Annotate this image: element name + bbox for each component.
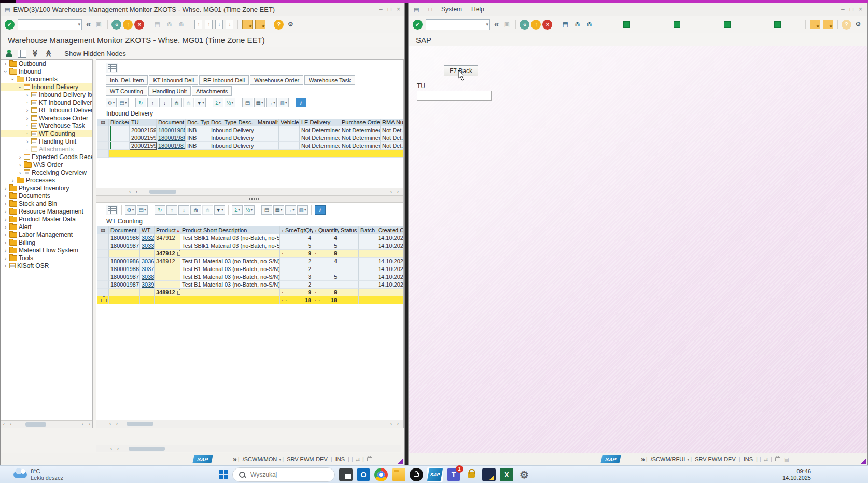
info-icon[interactable]: i bbox=[296, 98, 306, 107]
taskbar-excel-icon[interactable]: X bbox=[500, 468, 513, 481]
tree-item-re-inbound-delivery[interactable]: ›RE Inbound Delivery It bbox=[1, 106, 92, 114]
menu-help[interactable]: Help bbox=[471, 6, 484, 13]
sort-desc-icon[interactable]: ↓ bbox=[178, 205, 189, 215]
taskbar-clock[interactable]: 09:46 14.10.2025 bbox=[782, 468, 811, 481]
help-button[interactable]: ? bbox=[274, 20, 284, 30]
show-hidden-nodes-button[interactable]: Show Hidden Nodes bbox=[64, 50, 126, 58]
table-row[interactable]: 20002159 180001986 INB Inbound Delivery … bbox=[97, 134, 403, 142]
table-row[interactable]: 180001986 3036 348912 Test B1 Material 0… bbox=[97, 258, 403, 265]
views-icon[interactable]: ▦▾ bbox=[273, 205, 284, 215]
col-document[interactable]: Document bbox=[109, 226, 140, 234]
cancel-button[interactable]: × bbox=[542, 20, 552, 30]
page-down-button[interactable]: ↓ bbox=[215, 20, 223, 29]
tree-item-material-flow-system[interactable]: ›Material Flow System bbox=[1, 246, 92, 254]
first-page-button[interactable]: ↑ bbox=[194, 20, 202, 29]
tree-item-inbound-delivery-item[interactable]: ›Inbound Delivery Item bbox=[1, 91, 92, 98]
document-link[interactable]: 180001987 bbox=[158, 143, 186, 149]
tree-item-vas-order[interactable]: ›VAS Order bbox=[1, 161, 92, 168]
new-session-button[interactable]: ★ bbox=[242, 20, 253, 29]
tree-item-outbound[interactable]: ›Outbound bbox=[1, 60, 92, 67]
last-page-button[interactable]: ↓ bbox=[226, 20, 233, 29]
print-button[interactable]: ▤ bbox=[560, 20, 570, 30]
find-next-icon[interactable]: ⋒ bbox=[183, 98, 194, 107]
chevron-down-icon[interactable]: ▾ bbox=[279, 457, 281, 462]
tree-item-attachments[interactable]: ·Attachments bbox=[1, 145, 92, 153]
command-field[interactable] bbox=[19, 20, 78, 29]
table-row[interactable]: 180001986 3032 347912 Test SBlk1 Materia… bbox=[97, 234, 403, 242]
taskbar-desktop-icon[interactable] bbox=[339, 468, 353, 481]
chevron-right-icon[interactable]: › bbox=[3, 239, 8, 246]
col-product-short-description[interactable]: Product Short Description bbox=[180, 226, 280, 234]
chevron-right-icon[interactable]: › bbox=[3, 216, 8, 222]
scroll-right-icon[interactable]: › bbox=[86, 421, 93, 428]
find-next-button[interactable]: ⋒ bbox=[176, 20, 186, 30]
subtotal-icon[interactable]: ½▾ bbox=[244, 205, 255, 215]
enter-button[interactable]: ✓ bbox=[413, 20, 423, 30]
close-button[interactable]: × bbox=[859, 6, 862, 13]
graph-icon[interactable]: ▥▾ bbox=[278, 98, 289, 107]
print-button[interactable]: ▤ bbox=[152, 20, 162, 30]
find-next-icon[interactable]: ⋒ bbox=[202, 205, 213, 215]
tree-item-kt-inbound-delivery[interactable]: ·KT Inbound Delivery It bbox=[1, 98, 92, 106]
chevron-right-icon[interactable]: › bbox=[18, 169, 22, 176]
row-selector[interactable] bbox=[97, 234, 109, 242]
taskbar-snagit-icon[interactable] bbox=[482, 468, 496, 481]
chevron-right-icon[interactable]: › bbox=[3, 263, 8, 269]
chevron-right-icon[interactable]: › bbox=[10, 177, 15, 183]
taskbar-privacy-lock-icon[interactable] bbox=[410, 468, 423, 481]
maximize-button[interactable]: □ bbox=[850, 6, 853, 13]
find-button[interactable]: ⋒ bbox=[164, 20, 174, 30]
views-icon[interactable]: ▦▾ bbox=[254, 98, 265, 107]
maximize-button[interactable]: □ bbox=[388, 6, 391, 13]
cancel-button[interactable]: × bbox=[134, 20, 144, 30]
table-row[interactable]: 20002159 180001985 INB Inbound Delivery … bbox=[97, 126, 403, 134]
row-selector[interactable] bbox=[97, 281, 109, 289]
scroll-right-icon[interactable]: › bbox=[395, 189, 401, 195]
find-icon[interactable]: ⋒ bbox=[190, 205, 201, 215]
col-quantity[interactable]: ΣQuantity bbox=[313, 226, 339, 234]
chevron-right-icon[interactable]: › bbox=[25, 107, 30, 113]
collapse-toolbar-icon[interactable]: « bbox=[494, 19, 499, 30]
row-selector[interactable] bbox=[97, 242, 109, 250]
shortcut-button[interactable]: ★ bbox=[255, 20, 265, 29]
col-tu[interactable]: TU bbox=[130, 119, 157, 126]
chevron-right-icon[interactable]: › bbox=[3, 247, 8, 253]
row-selector[interactable] bbox=[97, 289, 109, 296]
bottom-pane-hscrollbar[interactable]: ‹ › ‹ › bbox=[96, 420, 403, 428]
col-doc-type-desc[interactable]: Doc. Type Desc. bbox=[209, 119, 256, 126]
tab-inb-del-item[interactable]: Inb. Del. Item bbox=[106, 75, 148, 85]
scroll-left-icon[interactable]: ‹ bbox=[79, 421, 86, 428]
taskbar-outlook-icon[interactable]: O bbox=[357, 468, 370, 481]
scroll-left-icon[interactable]: ‹ bbox=[388, 189, 395, 195]
save-button[interactable]: ▣ bbox=[501, 20, 512, 30]
wt-link[interactable]: 3038 bbox=[142, 274, 154, 280]
chevron-right-icon[interactable]: › bbox=[25, 92, 30, 98]
chevron-down-icon[interactable]: ▾ bbox=[687, 457, 689, 462]
top-pane-hscrollbar[interactable]: ‹ › ‹ › bbox=[96, 188, 403, 195]
minimize-button[interactable]: – bbox=[379, 6, 383, 13]
taskbar-search[interactable] bbox=[232, 467, 335, 482]
tree-item-warehouse-task[interactable]: ·Warehouse Task bbox=[1, 122, 92, 130]
chevron-right-icon[interactable]: › bbox=[18, 154, 22, 160]
chevron-right-icon[interactable]: › bbox=[25, 115, 30, 121]
tree-item-documents-2[interactable]: ›Documents bbox=[1, 192, 92, 200]
scroll-thumb[interactable] bbox=[25, 422, 46, 427]
wt-link[interactable]: 3037 bbox=[142, 266, 154, 272]
tree-item-handling-unit[interactable]: ›Handling Unit bbox=[1, 137, 92, 145]
table-row[interactable]: 180001987 3039 Test B1 Material 03 (no-B… bbox=[97, 281, 403, 289]
taskbar-explorer-icon[interactable] bbox=[392, 468, 405, 481]
col-le-delivery[interactable]: LE Delivery bbox=[300, 119, 340, 126]
wt-link[interactable]: 3039 bbox=[142, 281, 154, 288]
search-input[interactable] bbox=[249, 471, 309, 479]
graph-icon[interactable]: ▥▾ bbox=[297, 205, 308, 215]
scroll-right-icon[interactable]: › bbox=[114, 421, 120, 427]
scroll-right-icon[interactable]: › bbox=[395, 421, 401, 427]
tree-item-resource-management[interactable]: ›Resource Management bbox=[1, 207, 92, 215]
taskbar-chrome-icon[interactable] bbox=[374, 468, 388, 481]
sort-asc-icon[interactable]: ↑ bbox=[166, 205, 177, 215]
settings-icon[interactable]: ⚙▾ bbox=[125, 205, 136, 215]
tab-handling-unit[interactable]: Handling Unit bbox=[148, 86, 191, 96]
col-document[interactable]: Document bbox=[157, 119, 186, 126]
scroll-thumb[interactable] bbox=[129, 447, 165, 451]
tree-item-billing[interactable]: ›Billing bbox=[1, 238, 92, 246]
